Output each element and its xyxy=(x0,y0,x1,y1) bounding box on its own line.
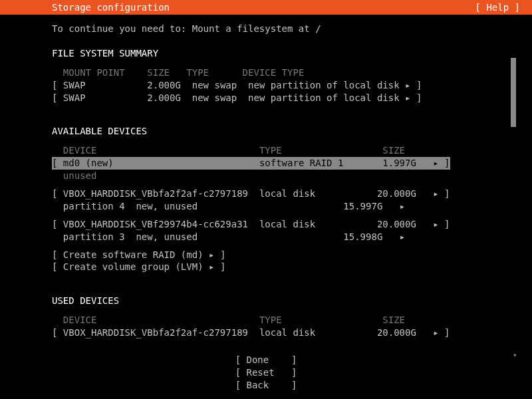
chevron-right-icon: ▸ xyxy=(400,231,405,242)
device-row[interactable]: [ VBOX_HARDDISK_VBf29974b4-cc629a31 loca… xyxy=(52,218,532,231)
partition-row[interactable]: partition 3 new, unused 15.998G ▸ xyxy=(52,231,532,243)
chevron-right-icon: ▸ xyxy=(433,219,438,229)
chevron-right-icon: ▸ xyxy=(405,80,410,90)
instruction-text: To continue you need to: Mount a filesys… xyxy=(52,23,532,35)
page-title: Storage configuration xyxy=(52,1,170,14)
top-bar: Storage configuration [ Help ] xyxy=(0,0,532,15)
reset-button[interactable]: [ Reset ] xyxy=(0,366,532,379)
device-row-md0[interactable]: [ md0 (new) software RAID 1 1.997G ▸ ] xyxy=(52,157,532,170)
device-sub: unused xyxy=(52,170,532,182)
help-button[interactable]: [ Help ] xyxy=(475,1,520,14)
partition-row[interactable]: partition 4 new, unused 15.997G ▸ xyxy=(52,200,532,213)
chevron-right-icon: ▸ xyxy=(400,201,405,211)
chevron-right-icon: ▸ xyxy=(405,92,410,103)
scrollbar[interactable] xyxy=(511,58,516,358)
used-title: USED DEVICES xyxy=(52,295,532,307)
create-lvm-button[interactable]: [ Create volume group (LVM) ▸ ] xyxy=(52,261,532,273)
used-headers: DEVICE TYPE SIZE xyxy=(52,314,532,327)
back-button[interactable]: [ Back ] xyxy=(0,379,532,392)
fs-row[interactable]: [ SWAP 2.000G new swap new partition of … xyxy=(52,92,532,104)
fs-summary-title: FILE SYSTEM SUMMARY xyxy=(52,47,532,60)
create-raid-button[interactable]: [ Create software RAID (md) ▸ ] xyxy=(52,249,532,261)
chevron-right-icon: ▸ xyxy=(433,188,438,199)
done-button[interactable]: [ Done ] xyxy=(0,354,532,366)
available-title: AVAILABLE DEVICES xyxy=(52,125,532,138)
main-content: To continue you need to: Mount a filesys… xyxy=(0,15,532,339)
scrollbar-thumb[interactable] xyxy=(511,58,516,127)
chevron-right-icon: ▸ xyxy=(433,158,438,168)
chevron-right-icon: ▸ xyxy=(433,327,438,338)
available-headers: DEVICE TYPE SIZE xyxy=(52,144,532,157)
chevron-right-icon: ▸ xyxy=(209,261,214,272)
button-bar: [ Done ] [ Reset ] [ Back ] xyxy=(0,354,532,392)
device-row[interactable]: [ VBOX_HARDDISK_VBbfa2f2af-c2797189 loca… xyxy=(52,188,532,200)
chevron-right-icon: ▸ xyxy=(209,249,214,260)
used-device-row[interactable]: [ VBOX_HARDDISK_VBbfa2f2af-c2797189 loca… xyxy=(52,327,532,339)
fs-row[interactable]: [ SWAP 2.000G new swap new partition of … xyxy=(52,79,532,92)
fs-summary-headers: MOUNT POINT SIZE TYPE DEVICE TYPE xyxy=(52,66,532,79)
